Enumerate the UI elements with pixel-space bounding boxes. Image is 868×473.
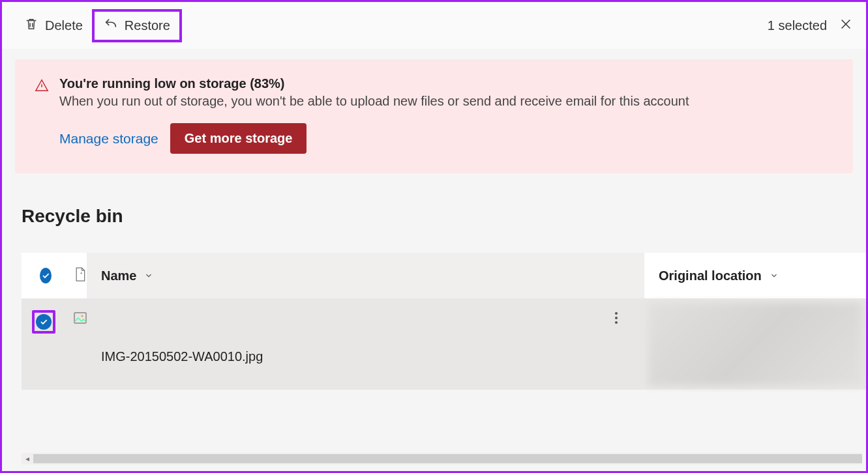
chevron-down-icon — [144, 268, 153, 283]
svg-point-5 — [615, 321, 618, 324]
manage-storage-link[interactable]: Manage storage — [59, 131, 158, 147]
chevron-down-icon — [770, 268, 779, 283]
redacted-content — [648, 302, 862, 386]
banner-title: You're running low on storage (83%) — [59, 76, 689, 91]
column-header-name-label: Name — [101, 268, 136, 283]
scroll-thumb[interactable] — [33, 454, 862, 463]
trash-icon — [24, 17, 38, 35]
close-icon[interactable] — [839, 17, 853, 35]
toolbar: Delete Restore 1 selected — [2, 2, 866, 49]
row-checkbox[interactable] — [36, 314, 52, 330]
restore-label: Restore — [125, 18, 170, 33]
delete-button[interactable]: Delete — [15, 12, 92, 40]
row-checkbox-highlight — [32, 310, 55, 334]
file-name: IMG-20150502-WA0010.jpg — [101, 349, 644, 364]
column-header-location-label: Original location — [659, 268, 762, 283]
horizontal-scrollbar[interactable]: ◂ — [22, 453, 862, 465]
svg-rect-1 — [74, 313, 86, 323]
storage-warning-banner: You're running low on storage (83%) When… — [15, 59, 853, 173]
page-title: Recycle bin — [22, 206, 846, 227]
restore-button[interactable]: Restore — [92, 9, 182, 42]
file-icon — [74, 266, 87, 285]
table-header-row: Name Original location — [22, 253, 866, 298]
original-location-cell — [644, 298, 866, 390]
get-more-storage-button[interactable]: Get more storage — [170, 123, 307, 154]
selection-status: 1 selected — [768, 18, 827, 33]
undo-icon — [104, 17, 118, 35]
column-header-original-location[interactable]: Original location — [644, 253, 866, 298]
scroll-left-arrow[interactable]: ◂ — [22, 454, 33, 463]
svg-point-3 — [615, 312, 618, 315]
image-icon — [72, 310, 88, 328]
more-vertical-icon[interactable] — [614, 311, 618, 327]
banner-message: When you run out of storage, you won't b… — [59, 94, 689, 109]
warning-icon — [35, 78, 49, 93]
file-table: Name Original location — [22, 253, 866, 390]
svg-point-2 — [82, 315, 83, 317]
svg-point-0 — [81, 273, 82, 274]
delete-label: Delete — [45, 18, 83, 33]
table-row[interactable]: IMG-20150502-WA0010.jpg — [22, 298, 866, 390]
select-all-checkbox[interactable] — [40, 268, 52, 283]
column-header-name[interactable]: Name — [87, 253, 644, 298]
svg-point-4 — [615, 317, 618, 319]
